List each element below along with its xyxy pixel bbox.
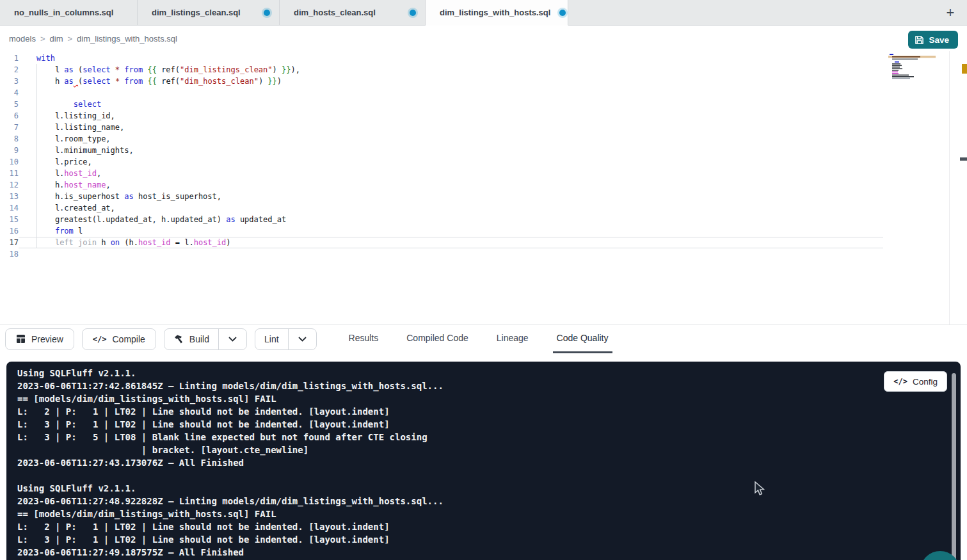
new-tab-button[interactable]: + xyxy=(938,0,963,26)
tab-label: dim_listings_with_hosts.sql xyxy=(440,8,550,17)
line-number: 2 xyxy=(0,64,19,76)
code-line[interactable]: 3 h as (select * from {{ ref("dim_hosts_… xyxy=(0,76,883,87)
code-line[interactable]: 8 l.room_type, xyxy=(0,133,883,145)
line-number: 16 xyxy=(0,225,19,237)
code-line[interactable]: 18 xyxy=(0,248,883,260)
terminal-line: L: 3 | P: 1 | LT02 | Line should not be … xyxy=(17,418,961,431)
tab-label: dim_listings_clean.sql xyxy=(152,8,241,17)
chevron-right-icon: > xyxy=(40,34,45,44)
code-line[interactable]: 14 l.created_at, xyxy=(0,202,883,214)
minimap[interactable] xyxy=(888,54,936,79)
code-line[interactable]: 10 l.price, xyxy=(0,156,883,168)
code-line[interactable]: 6 l.listing_id, xyxy=(0,110,883,122)
lint-split-button: Lint xyxy=(255,328,317,350)
code-icon: </> xyxy=(893,377,907,386)
line-number: 10 xyxy=(0,156,19,168)
tab-code-quality[interactable]: Code Quality xyxy=(553,325,612,353)
compile-button[interactable]: </> Compile xyxy=(82,328,156,350)
line-number: 12 xyxy=(0,179,19,191)
terminal-line: L: 2 | P: 1 | LT02 | Line should not be … xyxy=(17,520,961,533)
code-line[interactable]: 4 xyxy=(0,87,883,99)
code-line[interactable]: 15 greatest(l.updated_at, h.updated_at) … xyxy=(0,214,883,225)
code-line[interactable]: 2 l as (select * from {{ ref("dim_listin… xyxy=(0,64,883,76)
terminal-line: Using SQLFluff v2.1.1. xyxy=(17,482,961,495)
breadcrumb-bar: models > dim > dim_listings_with_hosts.s… xyxy=(0,26,967,51)
modified-dot-icon xyxy=(410,10,416,16)
code-line[interactable]: 17 left join h on (h.host_id = l.host_id… xyxy=(0,237,883,248)
compile-label: Compile xyxy=(112,334,145,344)
code-line[interactable]: 12 h.host_name, xyxy=(0,179,883,191)
terminal-line xyxy=(17,469,961,482)
code-line[interactable]: 11 l.host_id, xyxy=(0,168,883,179)
tab-lineage[interactable]: Lineage xyxy=(493,325,532,353)
code-line[interactable]: 5 select xyxy=(0,99,883,110)
save-label: Save xyxy=(929,35,949,45)
lint-label: Lint xyxy=(264,334,279,344)
terminal-line: 2023-06-06T11:27:43.173076Z — All Finish… xyxy=(17,456,961,469)
line-number: 18 xyxy=(0,248,19,260)
line-number: 6 xyxy=(0,110,19,122)
terminal-line: == [models/dim/dim_listings_with_hosts.s… xyxy=(17,392,961,405)
chevron-down-icon xyxy=(298,337,307,342)
build-button[interactable]: Build xyxy=(164,329,218,349)
build-dropdown-button[interactable] xyxy=(218,329,246,349)
terminal-line: L: 3 | P: 5 | LT08 | Blank line expected… xyxy=(17,431,961,444)
line-number: 7 xyxy=(0,122,19,133)
tab-label: no_nulls_in_columns.sql xyxy=(14,8,113,17)
terminal-line: 2023-06-06T11:27:49.187575Z — All Finish… xyxy=(17,546,961,559)
file-tab-bar: no_nulls_in_columns.sql dim_listings_cle… xyxy=(0,0,967,26)
terminal-scrollbar[interactable] xyxy=(952,373,956,560)
breadcrumb-dim[interactable]: dim xyxy=(50,34,63,44)
editor-toolbar: Preview </> Compile Build Lint xyxy=(0,324,967,353)
terminal-line: L: 2 | P: 1 | LT02 | Line should not be … xyxy=(17,405,961,418)
tab-dim-hosts-clean[interactable]: dim_hosts_clean.sql xyxy=(280,0,426,25)
terminal-line: Using SQLFluff v2.1.1. xyxy=(17,367,961,380)
overview-scroll-marker[interactable] xyxy=(960,157,967,161)
terminal-line: 2023-06-06T11:27:48.922828Z — Linting mo… xyxy=(17,495,961,508)
preview-label: Preview xyxy=(31,334,63,344)
code-line[interactable]: 7 l.listing_name, xyxy=(0,122,883,133)
result-panel-tabs: Results Compiled Code Lineage Code Quali… xyxy=(345,325,612,353)
tab-results[interactable]: Results xyxy=(345,325,383,353)
line-number: 5 xyxy=(0,99,19,110)
breadcrumb-file: dim_listings_with_hosts.sql xyxy=(77,34,177,44)
editor-ruler-line xyxy=(949,51,950,324)
line-number: 9 xyxy=(0,145,19,156)
config-label: Config xyxy=(913,377,938,387)
config-button[interactable]: </> Config xyxy=(884,371,947,392)
lint-terminal-panel: Using SQLFluff v2.1.1.2023-06-06T11:27:4… xyxy=(6,362,961,560)
preview-button[interactable]: Preview xyxy=(5,328,74,350)
line-number: 17 xyxy=(0,237,19,248)
lint-dropdown-button[interactable] xyxy=(288,329,316,349)
chevron-down-icon xyxy=(228,337,237,342)
dbt-cloud-ide: no_nulls_in_columns.sql dim_listings_cle… xyxy=(0,0,967,560)
line-number: 4 xyxy=(0,87,19,99)
code-line[interactable]: 13 h.is_superhost as host_is_superhost, xyxy=(0,191,883,202)
tab-dim-listings-with-hosts[interactable]: dim_listings_with_hosts.sql xyxy=(426,0,568,26)
overview-warning-marker xyxy=(962,64,967,74)
code-line[interactable]: 16 from l xyxy=(0,225,883,237)
line-number: 14 xyxy=(0,202,19,214)
line-number: 1 xyxy=(0,52,19,64)
code-line[interactable]: 9 l.minimum_nights, xyxy=(0,145,883,156)
table-grid-icon xyxy=(16,334,26,344)
build-label: Build xyxy=(189,334,209,344)
line-number: 13 xyxy=(0,191,19,202)
line-number: 11 xyxy=(0,168,19,179)
line-number: 8 xyxy=(0,133,19,145)
modified-dot-icon xyxy=(264,10,270,16)
hammer-icon xyxy=(173,334,184,344)
lint-button[interactable]: Lint xyxy=(255,329,288,349)
terminal-line: == [models/dim/dim_listings_with_hosts.s… xyxy=(17,508,961,520)
tab-dim-listings-clean[interactable]: dim_listings_clean.sql xyxy=(138,0,280,25)
terminal-output: Using SQLFluff v2.1.1.2023-06-06T11:27:4… xyxy=(6,362,961,559)
code-icon: </> xyxy=(93,335,107,344)
save-button[interactable]: Save xyxy=(908,31,958,49)
tab-no-nulls-in-columns[interactable]: no_nulls_in_columns.sql xyxy=(0,0,138,25)
line-number: 15 xyxy=(0,214,19,225)
tab-compiled-code[interactable]: Compiled Code xyxy=(403,325,472,353)
code-editor[interactable]: 1with2 l as (select * from {{ ref("dim_l… xyxy=(0,51,967,324)
breadcrumb-models[interactable]: models xyxy=(9,34,36,44)
code-line[interactable]: 1with xyxy=(0,52,883,64)
code-lines: 1with2 l as (select * from {{ ref("dim_l… xyxy=(0,51,967,260)
